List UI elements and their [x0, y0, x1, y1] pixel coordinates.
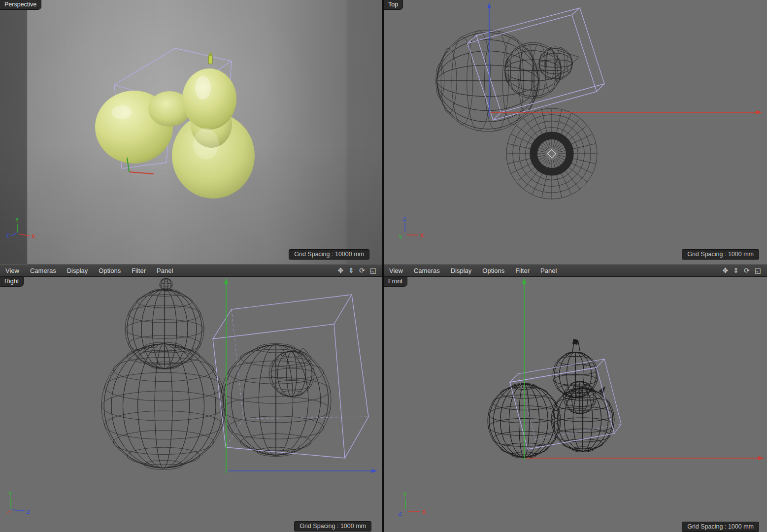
- axis-z-label: Z: [399, 511, 402, 517]
- right-scene: [0, 277, 382, 532]
- menu-item-filter[interactable]: Filter: [510, 267, 535, 274]
- menu-item-panel[interactable]: Panel: [151, 267, 178, 274]
- menu-item-options[interactable]: Options: [93, 267, 126, 274]
- zoom-icon[interactable]: ⇕: [348, 267, 354, 274]
- viewport-top[interactable]: Top Grid Spacing : 1000 mm Z Y X: [384, 0, 767, 264]
- viewport-label: Top: [384, 0, 403, 10]
- viewport-perspective[interactable]: Perspective Grid Spacing : 10000 mm Y Z …: [0, 0, 382, 264]
- pan-icon[interactable]: ✥: [723, 267, 729, 274]
- viewport-menubars: View Cameras Display Options Filter Pane…: [0, 264, 767, 277]
- menu-item-cameras[interactable]: Cameras: [25, 267, 62, 274]
- viewport-label: Right: [0, 277, 24, 287]
- axis-gizmo: Y Z X: [398, 492, 432, 519]
- axis-y-label: Y: [15, 217, 19, 223]
- pan-icon[interactable]: ✥: [338, 267, 344, 274]
- rotate-icon[interactable]: ⟳: [744, 267, 750, 274]
- menubar-right-view: View Cameras Display Options Filter Pane…: [0, 264, 382, 277]
- axis-y-label: Y: [399, 234, 402, 240]
- axis-y-label: Y: [8, 491, 12, 497]
- zoom-icon[interactable]: ⇕: [733, 267, 739, 274]
- viewport-label: Front: [384, 277, 407, 287]
- grid-spacing-label: Grid Spacing : 1000 mm: [294, 521, 371, 532]
- menu-item-options[interactable]: Options: [477, 267, 510, 274]
- menu-item-panel[interactable]: Panel: [535, 267, 562, 274]
- axis-x-label: X: [420, 233, 424, 238]
- top-scene: [384, 0, 767, 264]
- front-scene: [384, 277, 767, 532]
- perspective-scene: [0, 0, 382, 264]
- menu-item-display[interactable]: Display: [445, 267, 477, 274]
- axis-gizmo: Y Z: [5, 490, 39, 517]
- axis-y-label: Y: [403, 492, 407, 498]
- menubar-front-view: View Cameras Display Options Filter Pane…: [384, 264, 767, 277]
- toggle-view-icon[interactable]: ◱: [370, 267, 376, 274]
- viewport-tool-icons: ✥ ⇕ ⟳ ◱: [338, 267, 382, 274]
- menu-item-view[interactable]: View: [0, 267, 25, 274]
- axis-x-label: X: [422, 509, 426, 515]
- menu-item-filter[interactable]: Filter: [126, 267, 151, 274]
- axis-gizmo: Y Z X: [5, 216, 39, 241]
- axis-z-label: Z: [27, 509, 30, 515]
- toggle-view-icon[interactable]: ◱: [755, 267, 761, 274]
- viewport-front[interactable]: Front Grid Spacing : 1000 mm Y Z X: [384, 277, 767, 532]
- menu-item-cameras[interactable]: Cameras: [408, 267, 445, 274]
- grid-spacing-label: Grid Spacing : 10000 mm: [289, 249, 369, 260]
- viewport-label: Perspective: [0, 0, 41, 10]
- axis-z-label: Z: [403, 216, 406, 222]
- axis-z-label: Z: [6, 233, 9, 238]
- menu-item-display[interactable]: Display: [62, 267, 94, 274]
- axis-x-label: X: [32, 233, 35, 239]
- viewport-right[interactable]: Right Grid Spacing : 1000 mm Y Z: [0, 277, 382, 532]
- rotate-icon[interactable]: ⟳: [359, 267, 365, 274]
- application-window: Perspective Grid Spacing : 10000 mm Y Z …: [0, 0, 767, 532]
- gourd-stem-tip: [209, 53, 212, 56]
- menu-item-view[interactable]: View: [384, 267, 408, 274]
- grid-spacing-label: Grid Spacing : 1000 mm: [682, 249, 759, 260]
- viewport-tool-icons: ✥ ⇕ ⟳ ◱: [723, 267, 767, 274]
- axis-gizmo: Z Y X: [397, 215, 431, 242]
- grid-spacing-label: Grid Spacing : 1000 mm: [682, 522, 759, 532]
- gourd-stem: [208, 55, 212, 64]
